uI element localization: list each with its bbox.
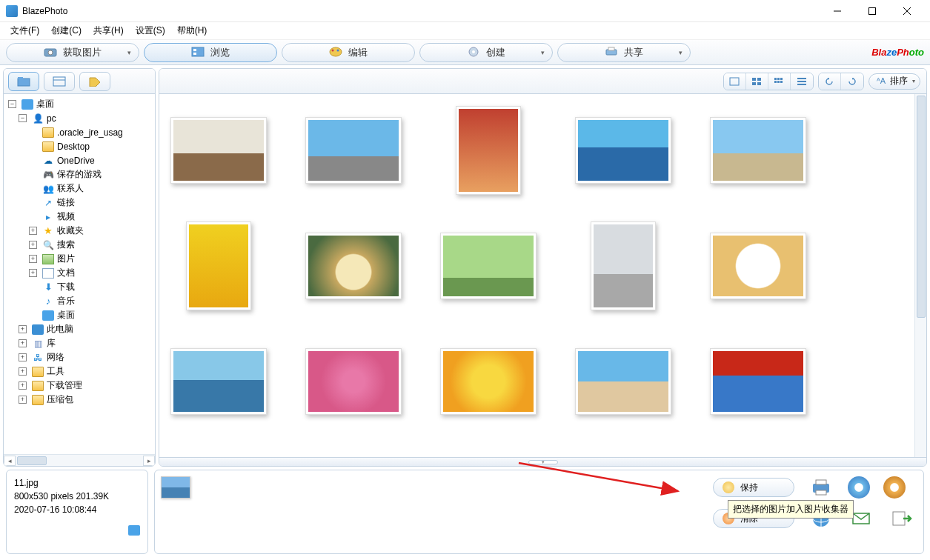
view-small-button[interactable] xyxy=(768,73,791,90)
text-size-icon: ᴬA xyxy=(877,76,886,86)
scroll-thumb[interactable] xyxy=(917,96,926,318)
tree-onedrive[interactable]: ☁OneDrive xyxy=(5,153,153,167)
photo-thumb[interactable] xyxy=(438,221,539,310)
photo-thumb[interactable] xyxy=(303,221,404,310)
collapse-handle[interactable]: ▾ xyxy=(159,457,926,466)
photo-thumb[interactable] xyxy=(573,337,674,426)
photo-thumb[interactable] xyxy=(303,337,404,426)
lock-icon xyxy=(723,481,734,493)
scroll-thumb[interactable] xyxy=(17,456,47,465)
svg-rect-37 xyxy=(816,490,826,495)
thumbnail-grid[interactable] xyxy=(159,94,914,457)
camera-icon xyxy=(44,47,57,59)
browse-button[interactable]: 浏览 xyxy=(144,43,277,62)
thumb-vscroll[interactable] xyxy=(914,94,926,457)
tree-downloads[interactable]: ⬇下载 xyxy=(5,280,153,294)
maximize-button[interactable] xyxy=(855,0,889,22)
menu-help[interactable]: 帮助(H) xyxy=(171,23,213,39)
share-label: 共享 xyxy=(624,46,643,59)
tree-favorites[interactable]: +★收藏夹 xyxy=(5,224,153,238)
tray-thumbnail[interactable] xyxy=(161,476,190,499)
svg-rect-42 xyxy=(893,512,905,525)
rotate-left-button[interactable] xyxy=(819,73,841,90)
tab-folders[interactable] xyxy=(8,72,39,91)
tree-dlmgr[interactable]: +下载管理 xyxy=(5,379,153,393)
desktop-icon xyxy=(42,310,54,321)
tree-libs[interactable]: +▥库 xyxy=(5,336,153,350)
photo-thumb[interactable] xyxy=(438,337,539,426)
photo-thumb[interactable] xyxy=(168,221,269,310)
tree-hscroll[interactable]: ◂ ▸ xyxy=(4,454,155,466)
photo-thumb[interactable] xyxy=(438,106,539,195)
menubar: 文件(F) 创建(C) 共享(H) 设置(S) 帮助(H) xyxy=(0,22,930,40)
sort-button[interactable]: ᴬA 排序 ▾ xyxy=(868,73,920,90)
acquire-button[interactable]: 获取图片 ▾ xyxy=(6,43,139,62)
menu-settings[interactable]: 设置(S) xyxy=(130,23,171,39)
chevron-down-icon: ▾ xyxy=(912,78,915,84)
svg-rect-18 xyxy=(53,77,65,86)
photo-thumb[interactable] xyxy=(303,106,404,195)
edit-button[interactable]: 编辑 xyxy=(282,43,415,62)
svg-rect-30 xyxy=(780,81,783,83)
rotate-right-button[interactable] xyxy=(841,73,863,90)
photo-thumb[interactable] xyxy=(168,106,269,195)
scroll-left-icon[interactable]: ◂ xyxy=(4,456,16,466)
tree-network[interactable]: +🖧网络 xyxy=(5,350,153,364)
menu-share[interactable]: 共享(H) xyxy=(87,23,130,39)
photo-thumb[interactable] xyxy=(708,106,808,195)
tab-calendar[interactable] xyxy=(44,72,75,91)
tree-videos[interactable]: ▸视频 xyxy=(5,210,153,224)
tree-desk2[interactable]: 桌面 xyxy=(5,308,153,322)
tree-tools[interactable]: +工具 xyxy=(5,364,153,379)
sort-label: 排序 xyxy=(890,75,908,87)
photo-thumb[interactable] xyxy=(708,337,808,426)
tree-contacts[interactable]: 👥联系人 xyxy=(5,181,153,196)
photo-thumb[interactable] xyxy=(573,106,674,195)
minimize-button[interactable] xyxy=(820,0,854,22)
svg-point-5 xyxy=(48,50,53,55)
tree-savedgames[interactable]: 🎮保存的游戏 xyxy=(5,167,153,181)
svg-rect-20 xyxy=(730,78,739,85)
tree-documents[interactable]: +文档 xyxy=(5,266,153,280)
photo-thumb[interactable] xyxy=(573,221,674,310)
menu-create[interactable]: 创建(C) xyxy=(45,23,87,39)
svg-point-13 xyxy=(472,50,475,53)
collector-tray[interactable]: 保持 把选择的图片加入图片收集器 清除 xyxy=(154,470,924,554)
folder-tree[interactable]: −桌面 −👤pc .oracle_jre_usag Desktop ☁OneDr… xyxy=(4,94,155,454)
keep-button[interactable]: 保持 xyxy=(713,478,794,497)
create-button[interactable]: 创建 ▾ xyxy=(419,43,553,62)
tree-desktop[interactable]: −桌面 xyxy=(5,97,153,111)
print-icon[interactable] xyxy=(808,476,834,499)
svg-rect-21 xyxy=(752,78,756,81)
photo-thumb[interactable] xyxy=(168,337,269,426)
share-button[interactable]: 共享 ▾ xyxy=(557,43,691,62)
view-single-button[interactable] xyxy=(724,73,746,90)
burn-cd-icon[interactable] xyxy=(848,476,870,499)


= xyxy=(818,73,864,90)
tree-pc[interactable]: −👤pc xyxy=(5,111,153,125)
tree-music[interactable]: ♪音乐 xyxy=(5,294,153,308)
tree-oracle[interactable]: .oracle_jre_usag xyxy=(5,125,153,139)
tree-thispc[interactable]: +此电脑 xyxy=(5,322,153,336)
film-icon xyxy=(191,47,205,59)
view-large-button[interactable] xyxy=(746,73,768,90)
tree-archive[interactable]: +压缩包 xyxy=(5,393,153,407)
scroll-right-icon[interactable]: ▸ xyxy=(143,456,155,466)
edit-info-icon[interactable] xyxy=(128,525,140,536)
tree-links[interactable]: ↗链接 xyxy=(5,196,153,210)
burn-dvd-icon[interactable] xyxy=(883,476,906,499)
tree-pictures[interactable]: +图片 xyxy=(5,252,153,266)
video-icon: ▸ xyxy=(42,212,54,222)
menu-file[interactable]: 文件(F) xyxy=(4,23,45,39)
logo: BlazePhoto xyxy=(871,47,924,58)
export-icon[interactable] xyxy=(888,507,914,530)
tree-search[interactable]: +🔍搜索 xyxy=(5,238,153,252)
close-button[interactable] xyxy=(890,0,924,22)
svg-rect-8 xyxy=(193,53,196,55)
tab-tags[interactable] xyxy=(79,72,110,91)
tree-desk-folder[interactable]: Desktop xyxy=(5,139,153,153)
view-list-button[interactable] xyxy=(791,73,813,90)
contacts-icon: 👥 xyxy=(42,184,54,194)
photo-thumb[interactable] xyxy=(708,221,808,310)
library-icon: ▥ xyxy=(32,339,44,349)
